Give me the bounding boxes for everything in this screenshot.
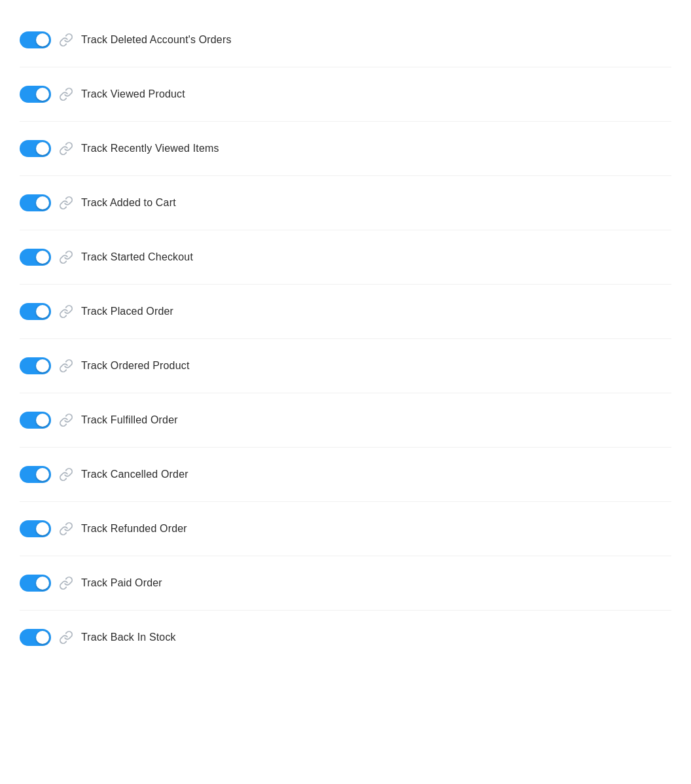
link-icon xyxy=(59,33,73,47)
label-started-checkout: Track Started Checkout xyxy=(81,251,193,263)
label-back-in-stock: Track Back In Stock xyxy=(81,632,176,643)
list-item: Track Paid Order xyxy=(20,556,671,611)
label-viewed-product: Track Viewed Product xyxy=(81,88,185,100)
list-item: Track Ordered Product xyxy=(20,339,671,393)
link-icon xyxy=(59,359,73,373)
label-refunded-order: Track Refunded Order xyxy=(81,523,187,535)
list-item: Track Back In Stock xyxy=(20,611,671,664)
list-item: Track Started Checkout xyxy=(20,230,671,285)
toggle-placed-order[interactable] xyxy=(20,303,51,320)
link-icon xyxy=(59,630,73,645)
list-item: Track Refunded Order xyxy=(20,502,671,556)
label-paid-order: Track Paid Order xyxy=(81,577,162,589)
link-icon xyxy=(59,522,73,536)
label-fulfilled-order: Track Fulfilled Order xyxy=(81,414,178,426)
toggle-paid-order[interactable] xyxy=(20,575,51,592)
link-icon xyxy=(59,87,73,101)
list-item: Track Placed Order xyxy=(20,285,671,339)
list-item: Track Cancelled Order xyxy=(20,448,671,502)
link-icon xyxy=(59,304,73,319)
toggle-fulfilled-order[interactable] xyxy=(20,412,51,429)
label-ordered-product: Track Ordered Product xyxy=(81,360,190,372)
toggle-ordered-product[interactable] xyxy=(20,357,51,374)
link-icon xyxy=(59,250,73,264)
link-icon xyxy=(59,467,73,482)
list-item: Track Fulfilled Order xyxy=(20,393,671,448)
list-item: Track Viewed Product xyxy=(20,67,671,122)
toggle-cancelled-order[interactable] xyxy=(20,466,51,483)
toggle-started-checkout[interactable] xyxy=(20,249,51,266)
toggle-added-to-cart[interactable] xyxy=(20,194,51,211)
link-icon xyxy=(59,413,73,427)
link-icon xyxy=(59,576,73,590)
toggle-back-in-stock[interactable] xyxy=(20,629,51,646)
toggle-refunded-order[interactable] xyxy=(20,520,51,537)
settings-list: Track Deleted Account's Orders Track Vie… xyxy=(0,0,691,677)
toggle-recently-viewed-items[interactable] xyxy=(20,140,51,157)
list-item: Track Deleted Account's Orders xyxy=(20,13,671,67)
toggle-viewed-product[interactable] xyxy=(20,86,51,103)
label-deleted-account-orders: Track Deleted Account's Orders xyxy=(81,34,232,46)
label-recently-viewed-items: Track Recently Viewed Items xyxy=(81,143,219,154)
label-placed-order: Track Placed Order xyxy=(81,306,173,317)
label-cancelled-order: Track Cancelled Order xyxy=(81,469,188,480)
toggle-deleted-account-orders[interactable] xyxy=(20,31,51,48)
link-icon xyxy=(59,141,73,156)
list-item: Track Recently Viewed Items xyxy=(20,122,671,176)
link-icon xyxy=(59,196,73,210)
label-added-to-cart: Track Added to Cart xyxy=(81,197,176,209)
list-item: Track Added to Cart xyxy=(20,176,671,230)
